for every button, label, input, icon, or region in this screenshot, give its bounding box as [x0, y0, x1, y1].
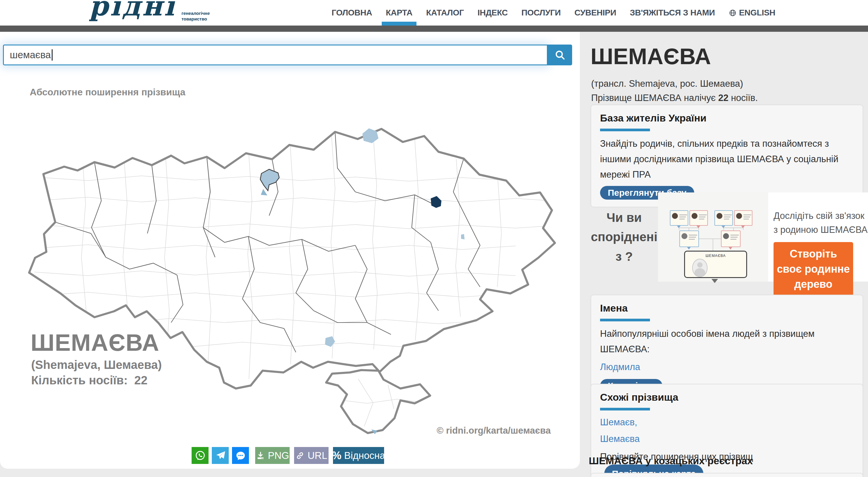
- cossack-heading: ШЕМАЄВА у козацьких реєстрах: [589, 455, 753, 467]
- tree-card: [721, 230, 741, 247]
- text-caret: [52, 49, 53, 61]
- similar-link-1[interactable]: Шемаєв,: [600, 415, 854, 430]
- logo-wordmark: рідні: [89, 0, 176, 26]
- ridni-logo[interactable]: рідні генеалогічне товариство: [89, 0, 210, 26]
- map-surname-label: ШЕМАЄВА: [31, 329, 159, 356]
- tree-card: [689, 210, 708, 226]
- similar-link-2[interactable]: Шемаєва: [600, 431, 854, 447]
- create-tree-button[interactable]: Створіть своє родинне дерево: [774, 242, 853, 296]
- search-input[interactable]: шемаєва: [3, 44, 548, 65]
- nav-item-services[interactable]: ПОСЛУГИ: [521, 0, 561, 26]
- map-highlight-region[interactable]: [261, 189, 267, 195]
- nav-item-map[interactable]: КАРТА: [386, 0, 413, 26]
- telegram-share-button[interactable]: [212, 447, 229, 464]
- surname-title: ШЕМАЄВА: [591, 43, 711, 69]
- tree-card: [734, 210, 752, 226]
- map-highlight-region[interactable]: [325, 336, 335, 347]
- map-copyright: © ridni.org/karta/шемаєва: [437, 425, 551, 436]
- similar-card-title: Схожі прізвища: [600, 391, 854, 403]
- whatsapp-share-button[interactable]: [192, 447, 209, 464]
- surname-subtitle: (трансл. Shemajeva, рос. Шемаева): [591, 78, 743, 89]
- tree-pointer: [711, 279, 718, 283]
- related-question: Чи ви споріднені з ?: [587, 192, 661, 282]
- crimea-border: [326, 370, 430, 433]
- map-highlight-region[interactable]: [431, 196, 441, 208]
- accent-bar: [600, 129, 650, 131]
- tree-surname-label: ШЕМАЄВА: [685, 254, 746, 258]
- main-nav: ГОЛОВНА КАРТА КАТАЛОГ ІНДЕКС ПОСЛУГИ СУВ…: [332, 0, 775, 26]
- top-divider-bar: [0, 26, 868, 32]
- base-card: База жителів України Знайдіть родичів, с…: [591, 104, 863, 207]
- base-card-text: Знайдіть родичів, спільних предків та по…: [600, 136, 854, 182]
- map-carriers-label: Кількість носіїв: 22: [31, 374, 148, 387]
- name-link[interactable]: Людмила: [600, 359, 854, 375]
- carriers-count-value: 22: [718, 93, 728, 103]
- bottom-card: [591, 473, 863, 477]
- accent-bar: [600, 408, 650, 411]
- globe-icon: [729, 9, 737, 17]
- telegram-icon: [215, 450, 226, 462]
- names-card-title: Імена: [600, 303, 854, 314]
- related-banner: Чи ви споріднені з ?: [580, 192, 868, 282]
- messenger-share-button[interactable]: [232, 447, 249, 464]
- map-translit-label: (Shemajeva, Шемаева): [31, 358, 162, 372]
- search-icon: [554, 49, 566, 61]
- search-value: шемаєва: [10, 49, 51, 61]
- url-copy-button[interactable]: URL: [294, 447, 329, 464]
- link-icon: [295, 451, 305, 460]
- tree-card: [714, 210, 733, 226]
- header: рідні генеалогічне товариство ГОЛОВНА КА…: [0, 0, 868, 26]
- base-card-title: База жителів України: [600, 112, 854, 124]
- family-tree-graphic: ШЕМАЄВА: [658, 192, 768, 282]
- names-card-text: Найпопулярніші особові імена людей з прі…: [600, 326, 854, 357]
- png-download-button[interactable]: PNG: [255, 447, 290, 464]
- nav-item-english[interactable]: ENGLISH: [729, 0, 775, 26]
- nav-item-souvenirs[interactable]: СУВЕНІРИ: [575, 0, 616, 26]
- accent-bar: [600, 319, 650, 321]
- whatsapp-icon: [194, 450, 206, 462]
- surname-count: Прізвище ШЕМАЄВА налічує 22 носіїв.: [591, 93, 758, 103]
- logo-tagline: генеалогічне товариство: [182, 11, 210, 26]
- nav-item-contact[interactable]: ЗВ'ЯЖІТЬСЯ З НАМИ: [630, 0, 715, 26]
- tree-card: [679, 230, 699, 247]
- active-tab-underline: [382, 22, 417, 26]
- related-cta: Дослідіть свій зв'язок з родиною ШЕМАЄВА…: [768, 192, 868, 282]
- download-icon: [256, 451, 265, 460]
- related-text: Дослідіть свій зв'язок з родиною ШЕМАЄВА: [774, 209, 868, 237]
- tree-card: [670, 210, 688, 226]
- map-highlight-region[interactable]: [260, 169, 279, 191]
- tree-main-card: ШЕМАЄВА: [684, 251, 747, 278]
- map-highlight-region[interactable]: [461, 234, 465, 240]
- messenger-icon: [235, 450, 247, 462]
- map-title: Абсолютне поширення прізвища: [30, 87, 185, 98]
- search-button[interactable]: [548, 44, 572, 65]
- percent-icon: %: [332, 449, 341, 462]
- nav-item-catalog[interactable]: КАТАЛОГ: [426, 0, 464, 26]
- nav-item-home[interactable]: ГОЛОВНА: [332, 0, 372, 26]
- tree-avatar: [692, 259, 708, 277]
- nav-item-index[interactable]: ІНДЕКС: [478, 0, 508, 26]
- ukraine-map[interactable]: [17, 103, 579, 444]
- relative-map-button[interactable]: % Відносна: [333, 447, 384, 464]
- share-toolbar: PNG URL % Відносна: [192, 447, 384, 464]
